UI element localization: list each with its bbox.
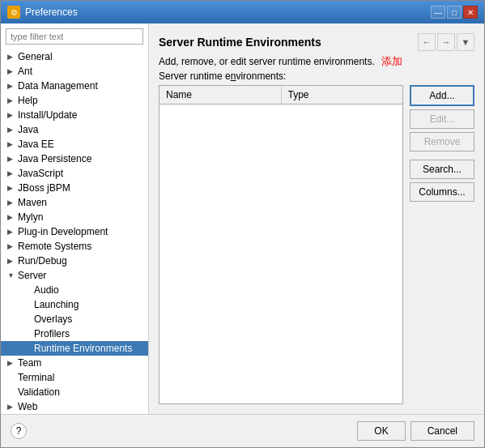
footer-buttons: OK Cancel [357,421,474,441]
panel-title: Server Runtime Environments [159,36,321,49]
main-panel: Server Runtime Environments ← → ▼ Add, r… [149,23,484,414]
column-name: Name [160,86,282,104]
sidebar-item-server[interactable]: ▼ Server [1,268,148,283]
sidebar-item-web[interactable]: ▶ Web [1,399,148,414]
minimize-button[interactable]: — [431,6,445,19]
sidebar-item-profilers[interactable]: Profilers [1,326,148,341]
title-bar-left: ⚙ Preferences [7,6,78,19]
expand-arrow: ▶ [7,228,15,236]
expand-arrow: ▶ [7,257,15,265]
sidebar-item-data-management[interactable]: ▶ Data Management [1,79,148,93]
sidebar-item-remote-systems[interactable]: ▶ Remote Systems [1,239,148,254]
expand-arrow: ▼ [7,271,15,279]
expand-arrow: ▶ [7,359,15,367]
expand-arrow: ▶ [7,53,15,61]
sidebar-item-jboss-jbpm[interactable]: ▶ JBoss jBPM [1,181,148,195]
table-container: Name Type [159,85,403,404]
expand-arrow: ▶ [7,140,15,148]
toolbar-actions: ← → ▼ [418,33,474,51]
close-button[interactable]: ✕ [463,6,478,19]
tree-list: ▶ General ▶ Ant ▶ Data Management ▶ Help… [1,49,148,414]
cancel-button[interactable]: Cancel [411,421,474,441]
sidebar-item-terminal[interactable]: Terminal [1,370,148,385]
expand-arrow: ▶ [7,126,15,134]
preferences-window: ⚙ Preferences — □ ✕ ▶ General ▶ Ant [0,0,485,448]
remove-button[interactable]: Remove [410,132,474,151]
expand-arrow: ▶ [7,184,15,192]
app-icon: ⚙ [7,6,20,19]
title-bar: ⚙ Preferences — □ ✕ [1,1,484,23]
expand-arrow: ▶ [7,67,15,75]
ok-button[interactable]: OK [357,421,405,441]
expand-arrow: ▶ [7,213,15,221]
sidebar-item-launching[interactable]: Launching [1,297,148,312]
footer-bar: ? OK Cancel [1,414,484,447]
side-buttons: Add... Edit... Remove Search... Columns.… [410,85,474,404]
sidebar-item-audio[interactable]: Audio [1,283,148,297]
table-area: Name Type Add... Edit... Remove Search..… [159,85,474,404]
sidebar-item-mylyn[interactable]: ▶ Mylyn [1,210,148,224]
content-area: ▶ General ▶ Ant ▶ Data Management ▶ Help… [1,23,484,414]
sidebar-item-runtime-environments[interactable]: Runtime Environments [1,341,148,356]
sidebar-item-javascript[interactable]: ▶ JavaScript [1,166,148,181]
sidebar-item-java[interactable]: ▶ Java [1,122,148,137]
search-button[interactable]: Search... [410,160,474,179]
menu-button[interactable]: ▼ [457,33,474,51]
sidebar-item-run-debug[interactable]: ▶ Run/Debug [1,254,148,268]
table-header: Name Type [160,86,402,105]
expand-arrow: ▶ [7,242,15,250]
sidebar-item-team[interactable]: ▶ Team [1,356,148,370]
sidebar-item-plugin-development[interactable]: ▶ Plug-in Development [1,224,148,239]
expand-arrow: ▶ [7,111,15,119]
help-button[interactable]: ? [11,423,27,439]
sidebar-item-install-update[interactable]: ▶ Install/Update [1,108,148,122]
filter-input[interactable] [6,28,143,45]
expand-arrow: ▶ [7,198,15,207]
table-body [160,105,402,402]
window-title: Preferences [25,6,78,18]
expand-arrow: ▶ [7,403,15,411]
back-button[interactable]: ← [418,33,436,51]
sidebar-item-ant[interactable]: ▶ Ant [1,64,148,79]
maximize-button[interactable]: □ [447,6,462,19]
expand-arrow: ▶ [7,82,15,90]
expand-arrow: ▶ [7,96,15,105]
forward-button[interactable]: → [437,33,455,51]
column-type: Type [282,86,403,104]
sidebar-item-java-ee[interactable]: ▶ Java EE [1,137,148,151]
table-label: Server runtime environments: [159,70,474,82]
description-text: Add, remove, or edit server runtime envi… [159,54,474,69]
columns-button[interactable]: Columns... [410,182,474,202]
expand-arrow: ▶ [7,169,15,177]
expand-arrow: ▶ [7,155,15,163]
main-title-row: Server Runtime Environments ← → ▼ [159,33,474,51]
window-controls: — □ ✕ [431,6,478,19]
sidebar-item-general[interactable]: ▶ General [1,49,148,64]
sidebar-item-validation[interactable]: Validation [1,385,148,399]
add-hint: 添加 [381,55,402,67]
sidebar-item-maven[interactable]: ▶ Maven [1,195,148,210]
add-button[interactable]: Add... [410,85,474,106]
sidebar-item-help[interactable]: ▶ Help [1,93,148,108]
sidebar-item-overlays[interactable]: Overlays [1,312,148,326]
sidebar: ▶ General ▶ Ant ▶ Data Management ▶ Help… [1,23,149,414]
edit-button[interactable]: Edit... [410,109,474,129]
sidebar-item-java-persistence[interactable]: ▶ Java Persistence [1,151,148,166]
